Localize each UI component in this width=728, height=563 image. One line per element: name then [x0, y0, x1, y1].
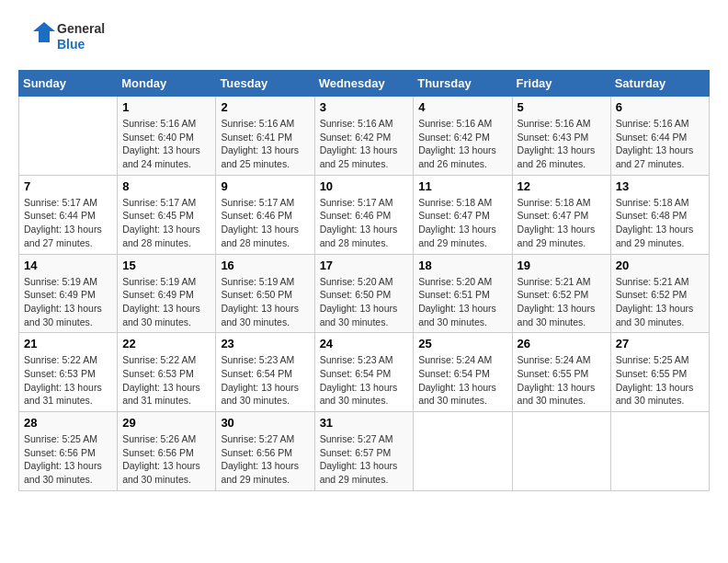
day-info: Sunrise: 5:18 AMSunset: 6:47 PMDaylight:…	[418, 196, 506, 250]
calendar-cell: 2 Sunrise: 5:16 AMSunset: 6:41 PMDayligh…	[216, 97, 314, 176]
day-info: Sunrise: 5:17 AMSunset: 6:46 PMDaylight:…	[320, 196, 409, 250]
header-cell-tuesday: Tuesday	[216, 71, 314, 97]
day-number: 27	[616, 337, 704, 350]
calendar-cell: 24 Sunrise: 5:23 AMSunset: 6:54 PMDaylig…	[314, 333, 414, 412]
day-number: 15	[122, 259, 210, 272]
calendar-cell: 3 Sunrise: 5:16 AMSunset: 6:42 PMDayligh…	[314, 97, 414, 176]
day-info: Sunrise: 5:23 AMSunset: 6:54 PMDaylight:…	[320, 353, 409, 408]
day-info: Sunrise: 5:25 AMSunset: 6:55 PMDaylight:…	[616, 353, 704, 408]
calendar-cell: 11 Sunrise: 5:18 AMSunset: 6:47 PMDaylig…	[414, 175, 512, 254]
calendar-cell: 17 Sunrise: 5:20 AMSunset: 6:50 PMDaylig…	[314, 254, 414, 333]
calendar-cell: 26 Sunrise: 5:24 AMSunset: 6:55 PMDaylig…	[512, 333, 610, 412]
day-info: Sunrise: 5:23 AMSunset: 6:54 PMDaylight:…	[221, 353, 309, 408]
day-number: 7	[24, 179, 112, 193]
day-number: 26	[518, 337, 606, 350]
day-number: 11	[418, 179, 506, 193]
calendar-cell: 5 Sunrise: 5:16 AMSunset: 6:43 PMDayligh…	[512, 97, 610, 176]
day-number: 6	[616, 100, 704, 114]
calendar-cell: 18 Sunrise: 5:20 AMSunset: 6:51 PMDaylig…	[414, 254, 512, 333]
day-number: 1	[122, 100, 210, 114]
day-number: 12	[518, 179, 606, 193]
day-info: Sunrise: 5:19 AMSunset: 6:50 PMDaylight:…	[221, 275, 309, 329]
calendar-cell	[512, 412, 610, 491]
calendar-cell: 9 Sunrise: 5:17 AMSunset: 6:46 PMDayligh…	[216, 175, 314, 254]
calendar-cell: 15 Sunrise: 5:19 AMSunset: 6:49 PMDaylig…	[118, 254, 216, 333]
day-number: 13	[616, 179, 704, 193]
logo-general-text: General	[57, 21, 105, 37]
day-info: Sunrise: 5:16 AMSunset: 6:43 PMDaylight:…	[518, 117, 606, 171]
calendar-cell: 29 Sunrise: 5:26 AMSunset: 6:56 PMDaylig…	[118, 412, 216, 491]
day-info: Sunrise: 5:24 AMSunset: 6:55 PMDaylight:…	[518, 353, 606, 408]
week-row-4: 21 Sunrise: 5:22 AMSunset: 6:53 PMDaylig…	[19, 333, 710, 412]
day-info: Sunrise: 5:18 AMSunset: 6:48 PMDaylight:…	[616, 196, 704, 250]
day-info: Sunrise: 5:16 AMSunset: 6:44 PMDaylight:…	[616, 117, 704, 171]
calendar-cell: 14 Sunrise: 5:19 AMSunset: 6:49 PMDaylig…	[19, 254, 118, 333]
day-number: 30	[221, 416, 309, 430]
header-cell-saturday: Saturday	[610, 71, 709, 97]
calendar-cell: 4 Sunrise: 5:16 AMSunset: 6:42 PMDayligh…	[414, 97, 512, 176]
calendar-cell: 31 Sunrise: 5:27 AMSunset: 6:57 PMDaylig…	[314, 412, 414, 491]
day-number: 14	[24, 259, 112, 272]
calendar-cell	[414, 412, 512, 491]
svg-marker-0	[33, 22, 55, 42]
day-info: Sunrise: 5:22 AMSunset: 6:53 PMDaylight:…	[122, 353, 210, 408]
day-info: Sunrise: 5:27 AMSunset: 6:56 PMDaylight:…	[221, 432, 309, 487]
day-number: 21	[24, 337, 112, 350]
day-info: Sunrise: 5:22 AMSunset: 6:53 PMDaylight:…	[24, 353, 112, 408]
calendar-cell: 27 Sunrise: 5:25 AMSunset: 6:55 PMDaylig…	[610, 333, 709, 412]
day-info: Sunrise: 5:26 AMSunset: 6:56 PMDaylight:…	[122, 432, 210, 487]
logo: General Blue	[18, 18, 105, 55]
day-info: Sunrise: 5:16 AMSunset: 6:42 PMDaylight:…	[418, 117, 506, 171]
day-info: Sunrise: 5:25 AMSunset: 6:56 PMDaylight:…	[24, 432, 112, 487]
header-cell-friday: Friday	[512, 71, 610, 97]
calendar-cell	[610, 412, 709, 491]
calendar-cell: 10 Sunrise: 5:17 AMSunset: 6:46 PMDaylig…	[314, 175, 414, 254]
day-info: Sunrise: 5:20 AMSunset: 6:51 PMDaylight:…	[418, 275, 506, 329]
day-number: 5	[518, 100, 606, 114]
calendar-cell: 25 Sunrise: 5:24 AMSunset: 6:54 PMDaylig…	[414, 333, 512, 412]
calendar-cell: 12 Sunrise: 5:18 AMSunset: 6:47 PMDaylig…	[512, 175, 610, 254]
day-number: 3	[320, 100, 409, 114]
day-number: 23	[221, 337, 309, 350]
day-number: 9	[221, 179, 309, 193]
calendar-cell: 19 Sunrise: 5:21 AMSunset: 6:52 PMDaylig…	[512, 254, 610, 333]
calendar-cell: 28 Sunrise: 5:25 AMSunset: 6:56 PMDaylig…	[19, 412, 118, 491]
day-number: 18	[418, 259, 506, 272]
day-info: Sunrise: 5:16 AMSunset: 6:41 PMDaylight:…	[221, 117, 309, 171]
calendar-table: SundayMondayTuesdayWednesdayThursdayFrid…	[18, 70, 710, 491]
week-row-3: 14 Sunrise: 5:19 AMSunset: 6:49 PMDaylig…	[19, 254, 710, 333]
day-info: Sunrise: 5:19 AMSunset: 6:49 PMDaylight:…	[122, 275, 210, 329]
day-number: 10	[320, 179, 409, 193]
day-number: 25	[418, 337, 506, 350]
day-number: 16	[221, 259, 309, 272]
calendar-cell: 16 Sunrise: 5:19 AMSunset: 6:50 PMDaylig…	[216, 254, 314, 333]
week-row-2: 7 Sunrise: 5:17 AMSunset: 6:44 PMDayligh…	[19, 175, 710, 254]
calendar-cell: 20 Sunrise: 5:21 AMSunset: 6:52 PMDaylig…	[610, 254, 709, 333]
day-info: Sunrise: 5:24 AMSunset: 6:54 PMDaylight:…	[418, 353, 506, 408]
day-info: Sunrise: 5:17 AMSunset: 6:44 PMDaylight:…	[24, 196, 112, 250]
day-info: Sunrise: 5:21 AMSunset: 6:52 PMDaylight:…	[518, 275, 606, 329]
calendar-cell: 21 Sunrise: 5:22 AMSunset: 6:53 PMDaylig…	[19, 333, 118, 412]
header-cell-monday: Monday	[118, 71, 216, 97]
day-number: 2	[221, 100, 309, 114]
day-number: 17	[320, 259, 409, 272]
header-cell-wednesday: Wednesday	[314, 71, 414, 97]
day-info: Sunrise: 5:20 AMSunset: 6:50 PMDaylight:…	[320, 275, 409, 329]
calendar-cell: 1 Sunrise: 5:16 AMSunset: 6:40 PMDayligh…	[118, 97, 216, 176]
calendar-cell: 13 Sunrise: 5:18 AMSunset: 6:48 PMDaylig…	[610, 175, 709, 254]
day-info: Sunrise: 5:19 AMSunset: 6:49 PMDaylight:…	[24, 275, 112, 329]
day-info: Sunrise: 5:17 AMSunset: 6:46 PMDaylight:…	[221, 196, 309, 250]
calendar-cell: 6 Sunrise: 5:16 AMSunset: 6:44 PMDayligh…	[610, 97, 709, 176]
day-number: 31	[320, 416, 409, 430]
day-number: 4	[418, 100, 506, 114]
day-number: 29	[122, 416, 210, 430]
day-number: 28	[24, 416, 112, 430]
calendar-cell: 7 Sunrise: 5:17 AMSunset: 6:44 PMDayligh…	[19, 175, 118, 254]
day-info: Sunrise: 5:18 AMSunset: 6:47 PMDaylight:…	[518, 196, 606, 250]
day-number: 20	[616, 259, 704, 272]
header-row: SundayMondayTuesdayWednesdayThursdayFrid…	[19, 71, 710, 97]
logo-blue-text: Blue	[57, 37, 105, 52]
day-number: 22	[122, 337, 210, 350]
day-info: Sunrise: 5:16 AMSunset: 6:40 PMDaylight:…	[122, 117, 210, 171]
day-number: 24	[320, 337, 409, 350]
